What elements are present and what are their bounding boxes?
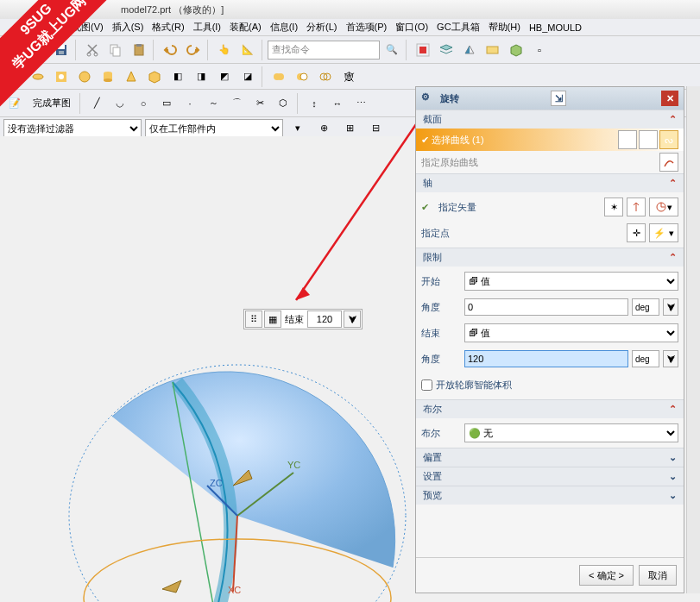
line-icon[interactable]: ╱	[85, 92, 108, 115]
menu-insert[interactable]: 插入(S)	[110, 20, 147, 34]
end-angle-input[interactable]	[464, 350, 628, 367]
sketch-icon[interactable]: 📝	[3, 92, 26, 115]
sketch-section-icon[interactable]: ▨	[639, 130, 658, 149]
menu-info[interactable]: 信息(I)	[268, 20, 300, 34]
subtr-icon[interactable]	[291, 66, 313, 88]
menu-help[interactable]: 帮助(H)	[486, 20, 523, 34]
orig-curve-icon[interactable]	[659, 153, 678, 172]
cancel-button[interactable]: 取消	[639, 565, 677, 586]
redo-icon[interactable]	[182, 39, 205, 61]
end-type-select[interactable]: 🗊 值	[464, 323, 678, 342]
surf-icon[interactable]: 🕸	[337, 66, 360, 88]
save-icon[interactable]	[50, 39, 73, 61]
command-search-input[interactable]: 查找命令	[268, 41, 380, 60]
feat-icon[interactable]: ◧	[167, 66, 189, 88]
box-icon[interactable]	[505, 39, 527, 61]
section-boolean[interactable]: 布尔⌃	[416, 399, 684, 418]
inter-icon[interactable]	[314, 66, 337, 88]
rect-icon[interactable]: ▭	[155, 92, 178, 115]
vector-snap-icon[interactable]: ✶	[604, 198, 623, 216]
end-angle-drop-icon[interactable]: ⮟	[663, 350, 678, 367]
new-icon[interactable]	[3, 39, 26, 61]
boolean-select[interactable]: 🟢 无	[464, 423, 678, 442]
start-angle-drop-icon[interactable]: ⮟	[663, 298, 678, 316]
menu-window[interactable]: 窗口(O)	[393, 20, 431, 34]
type-filter-select[interactable]: 没有选择过滤器	[3, 119, 142, 138]
section-settings[interactable]: 设置⌄	[416, 467, 684, 486]
svg-line-39	[296, 110, 426, 300]
point-method-select[interactable]: ⚡ ▾	[649, 223, 678, 242]
quick-grip-icon[interactable]: ⠿	[245, 310, 262, 328]
quick-value-input[interactable]	[307, 310, 342, 328]
unite-icon[interactable]	[268, 66, 290, 88]
quick-label: 结束	[283, 313, 306, 326]
menu-prefs[interactable]: 首选项(P)	[344, 20, 390, 34]
open-icon[interactable]	[27, 39, 49, 61]
sphere-icon[interactable]	[73, 66, 96, 88]
spline-icon[interactable]: ～	[202, 92, 224, 115]
menu-view[interactable]: 视图(V)	[69, 20, 106, 34]
render-icon[interactable]	[458, 39, 481, 61]
section-axis[interactable]: 轴⌃	[416, 173, 684, 192]
misc-icon[interactable]: ▫	[528, 39, 551, 61]
section-limits[interactable]: 限制⌃	[416, 248, 684, 267]
paste-icon[interactable]	[128, 39, 150, 61]
start-type-select[interactable]: 🗊 值	[464, 272, 678, 291]
open-profile-checkbox[interactable]	[421, 379, 432, 391]
cut-icon[interactable]	[81, 39, 104, 61]
layer-icon[interactable]	[435, 39, 457, 61]
menu-hbmould[interactable]: HB_MOULD	[527, 22, 584, 34]
feat3-icon[interactable]: ◩	[213, 66, 236, 88]
undo-icon[interactable]	[159, 39, 181, 61]
select-curve-row[interactable]: ✔ 选择曲线 (1) ✶ ▨ ᔓ	[416, 129, 684, 151]
trim-icon[interactable]: ✂	[249, 92, 271, 115]
section-section[interactable]: 截面⌃	[416, 110, 684, 129]
start-angle-input[interactable]	[464, 298, 628, 316]
point-icon[interactable]: ·	[179, 92, 201, 115]
expr-icon[interactable]: 📐	[236, 39, 259, 61]
h-icon[interactable]: ↔	[326, 92, 349, 115]
feat2-icon[interactable]: ◨	[190, 66, 212, 88]
pin-icon[interactable]: ⇲	[551, 91, 566, 106]
section-preview[interactable]: 预览⌄	[416, 486, 684, 505]
arc-icon[interactable]: ◡	[109, 92, 131, 115]
cone-icon[interactable]	[120, 66, 142, 88]
close-icon[interactable]: ✕	[661, 91, 678, 106]
search-icon[interactable]: 🔍	[381, 39, 403, 61]
folder2-icon[interactable]	[482, 39, 504, 61]
gear-icon[interactable]: ⚙	[421, 91, 435, 105]
dim-icon[interactable]: ↕	[303, 92, 325, 115]
point-snap-icon[interactable]: ✛	[627, 223, 646, 242]
menu-gctool[interactable]: GC工具箱	[434, 20, 482, 34]
vertical-scrollbar[interactable]	[686, 86, 700, 593]
copy-icon[interactable]	[104, 39, 127, 61]
hole-icon[interactable]	[50, 66, 73, 88]
svg-point-19	[79, 72, 90, 82]
circle-icon[interactable]: ○	[132, 92, 155, 115]
scope-filter-select[interactable]: 仅在工作部件内	[145, 119, 283, 138]
cyl-icon[interactable]	[97, 66, 119, 88]
menu-analysis[interactable]: 分析(L)	[304, 20, 339, 34]
ext-icon[interactable]	[3, 66, 26, 88]
poly-icon[interactable]: ⬡	[272, 92, 294, 115]
finish-sketch-button[interactable]: 完成草图	[27, 92, 77, 115]
quick-type-icon[interactable]: ▦	[264, 310, 281, 328]
block-icon[interactable]	[143, 66, 166, 88]
rev-icon[interactable]	[27, 66, 49, 88]
curve-rule-icon[interactable]: ᔓ	[659, 130, 678, 149]
more-icon[interactable]: ⋯	[350, 92, 372, 115]
menu-assem[interactable]: 装配(A)	[227, 20, 264, 34]
section-offset[interactable]: 偏置⌄	[416, 448, 684, 467]
fit-icon[interactable]	[412, 39, 434, 61]
menu-format[interactable]: 格式(R)	[149, 20, 186, 34]
vector-method-select[interactable]: ▾	[649, 198, 678, 216]
fillet-icon[interactable]: ⌒	[225, 92, 248, 115]
touch-icon[interactable]: 👆	[213, 39, 236, 61]
vector-reverse-icon[interactable]	[627, 198, 646, 216]
menu-tools[interactable]: 工具(I)	[191, 20, 224, 34]
start-angle-label: 角度	[421, 301, 461, 314]
intersect-icon[interactable]: ✶	[618, 130, 637, 149]
ok-button[interactable]: < 确定 >	[579, 565, 634, 586]
quick-arrow-icon[interactable]: ⮟	[344, 310, 361, 328]
feat4-icon[interactable]: ◪	[236, 66, 259, 88]
